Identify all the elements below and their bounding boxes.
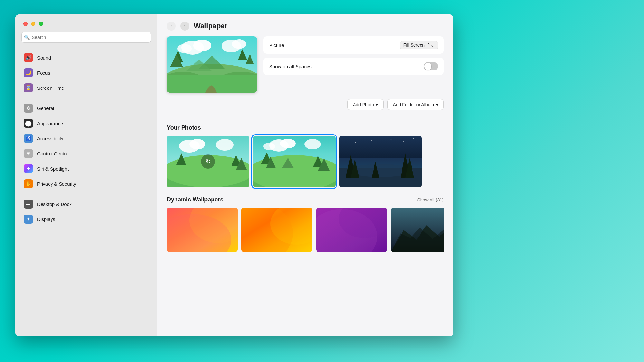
dyn-thumb-2[interactable]: [242, 208, 312, 252]
header: ‹ › Wallpaper: [157, 14, 453, 36]
sidebar-item-privacy[interactable]: ✋ Privacy & Security: [18, 176, 154, 191]
focus-icon: 🌙: [24, 68, 33, 77]
refresh-overlay: ↻: [201, 154, 215, 169]
back-button[interactable]: ‹: [167, 22, 176, 31]
sidebar-label-siri: Siri & Spotlight: [37, 166, 69, 172]
picture-control-row: Picture Fill Screen ⌃⌄: [263, 36, 444, 54]
search-input[interactable]: [21, 32, 151, 43]
photo-thumb-3[interactable]: [339, 136, 422, 187]
current-wallpaper-preview: [167, 36, 257, 93]
content-area: Picture Fill Screen ⌃⌄ Show on all Space…: [157, 36, 453, 336]
action-buttons: Add Photo ▾ Add Folder or Album ▾: [167, 99, 444, 110]
fill-screen-label: Fill Screen: [403, 42, 425, 48]
dynamic-title: Dynamic Wallpapers: [167, 196, 223, 203]
sound-icon: 🔊: [24, 53, 33, 62]
dynamic-grid: [167, 208, 444, 252]
sidebar-label-sound: Sound: [37, 55, 51, 60]
svg-point-48: [391, 139, 392, 140]
sidebar-label-accessibility: Accessibility: [37, 136, 63, 141]
separator: [167, 118, 444, 118]
accessibility-icon: ♿: [24, 134, 33, 143]
sidebar-item-displays[interactable]: ✦ Displays: [18, 212, 154, 227]
page-title: Wallpaper: [194, 22, 227, 30]
forward-button[interactable]: ›: [180, 22, 189, 31]
svg-point-28: [263, 143, 275, 150]
svg-point-5: [232, 39, 246, 49]
show-all-spaces-row: Show on all Spaces: [263, 58, 444, 75]
sidebar-label-control-centre: Control Centre: [37, 151, 69, 156]
add-folder-chevron-icon: ▾: [436, 102, 438, 107]
dyn-thumb-3[interactable]: [316, 208, 387, 252]
sidebar-label-appearance: Appearance: [37, 121, 63, 126]
sidebar-item-general[interactable]: ⚙ General: [18, 101, 154, 116]
your-photos-title: Your Photos: [167, 125, 201, 131]
maximize-button[interactable]: [39, 22, 43, 26]
general-icon: ⚙: [24, 104, 33, 113]
photo-thumb-3-svg: [339, 136, 422, 187]
photo-thumb-1[interactable]: ↻: [167, 136, 249, 187]
dynamic-section-header: Dynamic Wallpapers Show All (31): [167, 196, 444, 203]
traffic-lights: [15, 14, 157, 32]
sidebar-item-appearance[interactable]: ⬤ Appearance: [18, 116, 154, 131]
search-icon: 🔍: [24, 35, 30, 40]
add-folder-label: Add Folder or Album: [393, 102, 434, 107]
sidebar-divider-1: [21, 98, 151, 98]
dyn-thumb-2-svg: [242, 208, 312, 252]
control-centre-icon: ⊞: [24, 149, 33, 158]
photo-thumb-2-svg: [253, 136, 336, 187]
svg-point-3: [177, 44, 192, 53]
fill-screen-select[interactable]: Fill Screen ⌃⌄: [400, 41, 438, 49]
appearance-icon: ⬤: [24, 119, 33, 128]
svg-point-29: [304, 139, 321, 149]
show-all-spaces-toggle[interactable]: [424, 62, 438, 70]
controls-panel: Picture Fill Screen ⌃⌄ Show on all Space…: [263, 36, 444, 75]
sidebar-label-general: General: [37, 106, 54, 111]
add-photo-button[interactable]: Add Photo ▾: [347, 99, 384, 110]
sidebar-item-control-centre[interactable]: ⊞ Control Centre: [18, 146, 154, 161]
photos-grid: ↻: [167, 136, 444, 187]
siri-icon: ✦: [24, 164, 33, 173]
svg-point-50: [413, 138, 414, 139]
add-folder-button[interactable]: Add Folder or Album ▾: [387, 99, 444, 110]
settings-window: 🔍 🔊 Sound 🌙 Focus ⌛ Screen Time ⚙ Genera…: [15, 14, 453, 336]
sidebar-item-screen-time[interactable]: ⌛ Screen Time: [18, 80, 154, 95]
svg-point-27: [280, 139, 296, 148]
svg-point-2: [193, 40, 211, 51]
privacy-icon: ✋: [24, 179, 33, 188]
screen-time-icon: ⌛: [24, 83, 33, 92]
dyn-thumb-3-svg: [316, 208, 387, 252]
add-photo-label: Add Photo: [353, 102, 374, 107]
sidebar-divider-2: [21, 194, 151, 194]
dyn-thumb-4[interactable]: [391, 208, 444, 252]
sidebar-item-focus[interactable]: 🌙 Focus: [18, 65, 154, 80]
sidebar-item-accessibility[interactable]: ♿ Accessibility: [18, 131, 154, 146]
sidebar-item-desktop[interactable]: ▬ Desktop & Dock: [18, 197, 154, 211]
dyn-thumb-1[interactable]: [167, 208, 238, 252]
sidebar-label-desktop: Desktop & Dock: [37, 201, 72, 207]
picture-label: Picture: [269, 42, 284, 48]
sidebar-item-siri[interactable]: ✦ Siri & Spotlight: [18, 161, 154, 176]
sidebar: 🔍 🔊 Sound 🌙 Focus ⌛ Screen Time ⚙ Genera…: [15, 14, 157, 336]
minimize-button[interactable]: [31, 22, 35, 26]
close-button[interactable]: [23, 22, 28, 26]
wallpaper-preview-svg: [167, 36, 257, 93]
sidebar-label-displays: Displays: [37, 217, 55, 222]
toggle-knob: [424, 63, 431, 70]
dyn-thumb-4-svg: [391, 208, 444, 252]
add-photo-chevron-icon: ▾: [376, 102, 378, 107]
dyn-thumb-1-svg: [167, 208, 238, 252]
svg-point-19: [216, 139, 234, 151]
fill-screen-chevron-icon: ⌃⌄: [427, 42, 434, 48]
search-box: 🔍: [21, 32, 151, 43]
svg-point-49: [403, 141, 404, 142]
svg-point-18: [189, 139, 205, 149]
sidebar-list: 🔊 Sound 🌙 Focus ⌛ Screen Time ⚙ General …: [15, 49, 157, 336]
sidebar-label-privacy: Privacy & Security: [37, 181, 76, 187]
show-all-spaces-label: Show on all Spaces: [269, 64, 312, 69]
sidebar-item-sound[interactable]: 🔊 Sound: [18, 50, 154, 65]
sidebar-label-screen-time: Screen Time: [37, 85, 64, 91]
show-all-link[interactable]: Show All (31): [417, 197, 444, 202]
desktop-icon: ▬: [24, 200, 33, 209]
photo-thumb-2[interactable]: [253, 136, 336, 187]
wallpaper-top: Picture Fill Screen ⌃⌄ Show on all Space…: [167, 36, 444, 93]
